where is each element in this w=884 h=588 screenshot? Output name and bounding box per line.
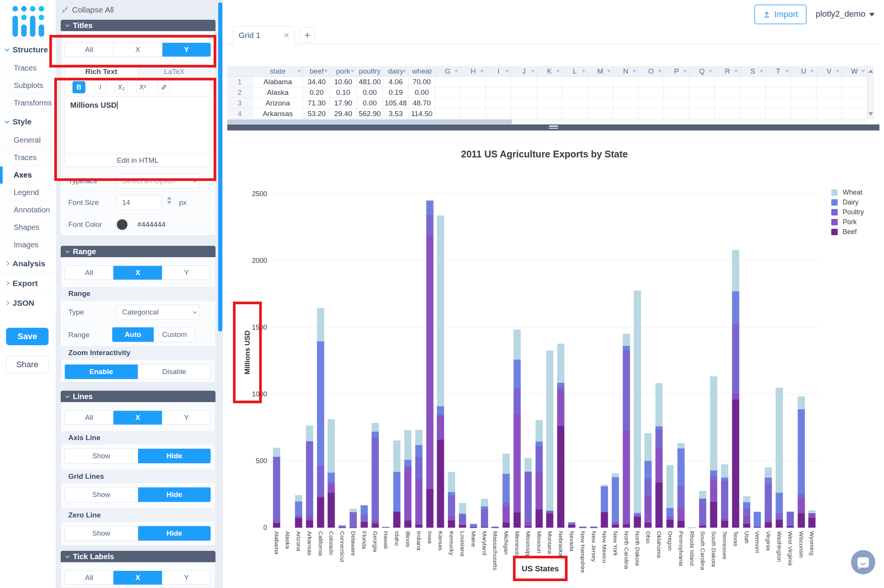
- table-cell[interactable]: 48.70: [409, 98, 435, 108]
- bar-segment-dairy[interactable]: [623, 346, 630, 351]
- bar-segment-poultry[interactable]: [459, 515, 466, 525]
- table-cell-empty[interactable]: [639, 77, 664, 87]
- sidebar-item-legend[interactable]: Legend: [0, 184, 56, 201]
- table-cell[interactable]: 34.40: [304, 77, 330, 87]
- table-cell-empty[interactable]: [639, 108, 664, 119]
- font-size-stepper[interactable]: [165, 197, 173, 209]
- table-cell-empty[interactable]: [435, 108, 461, 119]
- stacked-bar-west-virginia[interactable]: [786, 511, 794, 528]
- bar-segment-poultry[interactable]: [732, 324, 739, 394]
- table-cell[interactable]: 105.48: [383, 98, 409, 108]
- column-header-v[interactable]: V: [816, 66, 842, 77]
- table-cell-empty[interactable]: [435, 77, 461, 87]
- bar-segment-wheat[interactable]: [721, 464, 728, 478]
- table-row[interactable]: 4Arkansas53.2029.40562.903.53114.50: [227, 108, 867, 119]
- font-size-input[interactable]: [116, 195, 162, 210]
- sidebar-item-general[interactable]: General: [0, 131, 56, 149]
- bar-segment-beef[interactable]: [404, 520, 411, 528]
- bar-segment-wheat[interactable]: [710, 376, 717, 470]
- table-cell-empty[interactable]: [715, 98, 740, 108]
- save-button[interactable]: Save: [6, 328, 49, 345]
- table-cell-empty[interactable]: [613, 98, 639, 108]
- column-header-wheat[interactable]: wheat: [409, 66, 435, 77]
- bar-segment-beef[interactable]: [786, 526, 794, 528]
- panel-splitter[interactable]: [227, 124, 879, 130]
- bar-segment-beef[interactable]: [776, 520, 783, 528]
- bar-segment-poultry[interactable]: [797, 494, 805, 498]
- bar-segment-pork[interactable]: [513, 414, 521, 513]
- bar-segment-pork[interactable]: [415, 479, 422, 525]
- chat-help-button[interactable]: [851, 550, 875, 574]
- bar-segment-dairy[interactable]: [404, 460, 411, 466]
- bar-segment-poultry[interactable]: [667, 516, 674, 520]
- lines-tab-x[interactable]: X: [113, 411, 162, 424]
- bar-segment-beef[interactable]: [808, 518, 816, 528]
- tick-labels-tab-y[interactable]: Y: [162, 571, 211, 585]
- table-cell-empty[interactable]: [613, 108, 639, 119]
- bar-segment-poultry[interactable]: [699, 499, 706, 524]
- table-cell-empty[interactable]: [842, 77, 867, 87]
- filter-caret-icon[interactable]: [861, 70, 865, 72]
- table-cell-empty[interactable]: [461, 87, 486, 98]
- bar-segment-pork[interactable]: [404, 468, 411, 520]
- bar-segment-pork[interactable]: [524, 522, 532, 526]
- bar-segment-pork[interactable]: [426, 236, 433, 489]
- bar-segment-pork[interactable]: [437, 416, 444, 440]
- table-cell-empty[interactable]: [766, 87, 791, 98]
- legend-item-pork[interactable]: Pork: [831, 217, 864, 227]
- bar-segment-pork[interactable]: [710, 481, 717, 502]
- stacked-bar-nevada[interactable]: [568, 522, 575, 528]
- stacked-bar-montana[interactable]: [546, 351, 554, 528]
- bar-segment-wheat[interactable]: [535, 420, 543, 442]
- tick-labels-tab-all[interactable]: All: [65, 571, 113, 585]
- bar-segment-poultry[interactable]: [765, 483, 772, 520]
- stacked-bar-missouri[interactable]: [535, 420, 543, 528]
- table-cell[interactable]: 4.06: [383, 77, 409, 87]
- axis-line-show-button[interactable]: Show: [65, 449, 138, 463]
- table-cell-empty[interactable]: [664, 87, 689, 98]
- table-cell-empty[interactable]: [486, 87, 511, 98]
- table-cell-empty[interactable]: [486, 108, 511, 119]
- table-row[interactable]: 3Arizona71.3017.900.00105.4848.70: [227, 98, 867, 108]
- bar-segment-pork[interactable]: [557, 391, 565, 426]
- bar-segment-dairy[interactable]: [481, 506, 488, 510]
- stacked-bar-maryland[interactable]: [481, 499, 488, 528]
- lines-tab-y[interactable]: Y: [162, 411, 211, 424]
- table-cell[interactable]: Alaska: [252, 87, 304, 98]
- bar-segment-dairy[interactable]: [393, 472, 401, 511]
- table-cell-empty[interactable]: [562, 77, 588, 87]
- range-type-select[interactable]: Categorical: [116, 305, 200, 320]
- bar-segment-dairy[interactable]: [612, 477, 619, 522]
- column-header-l[interactable]: L: [562, 66, 588, 77]
- chart-canvas[interactable]: 2011 US Agriculture Exports by State 050…: [223, 130, 884, 588]
- bar-segment-beef[interactable]: [535, 509, 543, 528]
- bar-segment-pork[interactable]: [448, 516, 455, 520]
- column-header-w[interactable]: W: [842, 66, 867, 77]
- column-header-beef[interactable]: beef: [304, 66, 330, 77]
- bar-segment-beef[interactable]: [415, 525, 422, 528]
- bar-segment-poultry[interactable]: [786, 512, 794, 526]
- table-cell-empty[interactable]: [537, 77, 562, 87]
- bar-segment-pork[interactable]: [656, 447, 663, 483]
- table-cell-empty[interactable]: [511, 87, 537, 98]
- table-cell-empty[interactable]: [689, 77, 715, 87]
- table-cell-empty[interactable]: [715, 77, 740, 87]
- bar-segment-dairy[interactable]: [765, 478, 772, 483]
- bar-segment-wheat[interactable]: [808, 510, 816, 513]
- column-header-j[interactable]: J: [511, 66, 537, 77]
- table-cell[interactable]: 0.20: [304, 87, 330, 98]
- stacked-bar-mississippi[interactable]: [524, 458, 532, 528]
- bar-segment-dairy[interactable]: [360, 505, 368, 514]
- bar-segment-beef[interactable]: [382, 527, 390, 528]
- splitter-grip-icon[interactable]: [549, 126, 558, 130]
- stacked-bar-kentucky[interactable]: [448, 472, 455, 528]
- sidebar-item-transforms[interactable]: Transforms: [0, 94, 56, 112]
- bar-segment-wheat[interactable]: [328, 419, 335, 473]
- account-menu[interactable]: plotly2_demo: [816, 9, 875, 19]
- bar-segment-dairy[interactable]: [437, 406, 444, 415]
- bar-segment-wheat[interactable]: [557, 344, 565, 383]
- bar-segment-pork[interactable]: [623, 431, 630, 524]
- bar-segment-dairy[interactable]: [656, 426, 663, 430]
- table-cell-empty[interactable]: [511, 98, 537, 108]
- table-cell-empty[interactable]: [562, 87, 588, 98]
